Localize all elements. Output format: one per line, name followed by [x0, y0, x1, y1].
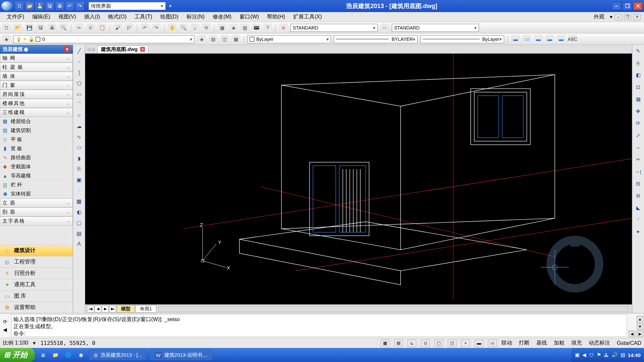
menu-view[interactable]: 视图(V): [55, 12, 79, 21]
cmd-scroll-right-icon[interactable]: ▶: [637, 330, 643, 337]
menu-dim[interactable]: 标注(N): [183, 12, 208, 21]
palette-tab[interactable]: ⌂建筑设计: [0, 245, 73, 256]
rotate-icon[interactable]: ⟳: [634, 119, 643, 128]
task-gstarcad[interactable]: ◎ 浩辰建筑2013 - [...: [89, 350, 147, 360]
menu-modify[interactable]: 修改(M): [209, 12, 235, 21]
tray-icon-vol[interactable]: 🔊: [611, 352, 618, 358]
layer-iso-icon[interactable]: ◫: [220, 35, 229, 44]
cat-door[interactable]: 门 窗⌄: [0, 81, 73, 90]
menu-file[interactable]: 文件(F): [3, 12, 28, 21]
cmd-scroll-up-icon[interactable]: ▲: [637, 316, 643, 322]
cat-wall[interactable]: 墙 体⌄: [0, 72, 73, 81]
qa-more-icon[interactable]: ▾: [169, 3, 172, 9]
status-toggle-break[interactable]: 打断: [519, 340, 530, 347]
cat-column[interactable]: 柱 梁 板⌄: [0, 63, 73, 72]
cat-room[interactable]: 房间屋顶⌄: [0, 90, 73, 99]
undo-icon[interactable]: ↶: [141, 23, 149, 32]
tray-icon-2[interactable]: ◀: [582, 352, 586, 358]
tray-icon-shield[interactable]: 🛡: [589, 352, 594, 358]
rectangle-icon[interactable]: ▭: [74, 89, 84, 99]
minimize-button[interactable]: ‒: [612, 2, 621, 10]
palette-leaf[interactable]: ∿路径曲面: [0, 153, 73, 162]
tray-clock[interactable]: 14:40: [628, 352, 641, 358]
extend-icon[interactable]: →|: [634, 167, 643, 176]
maximize-button[interactable]: ❐: [623, 2, 632, 10]
zoom-prev-icon[interactable]: ⟲: [202, 23, 211, 32]
cmd-history-icon[interactable]: ⟳: [3, 319, 7, 325]
preview-icon[interactable]: 🔍: [59, 23, 68, 32]
status-toggle-fill[interactable]: 填充: [571, 340, 582, 347]
palette-gear-icon[interactable]: ◉: [23, 46, 29, 52]
revcloud-icon[interactable]: ☁: [74, 121, 84, 131]
move-icon[interactable]: ✥: [634, 107, 643, 116]
linetype-combo[interactable]: BYLAYER ▾: [334, 35, 418, 43]
layer-states-icon[interactable]: ▤: [209, 35, 217, 44]
qa-plot-icon[interactable]: 🖶: [56, 2, 64, 10]
doc-restore-button[interactable]: ❐: [624, 14, 631, 20]
dimstyle-icon[interactable]: ↔: [380, 23, 389, 32]
tray-icon-1[interactable]: ▣: [575, 352, 580, 358]
palette-tab[interactable]: ⚙设置帮助: [0, 302, 73, 313]
align-left-icon[interactable]: ▬: [511, 35, 520, 44]
snap-grid-icon[interactable]: ▦: [381, 340, 389, 347]
doc-minimize-button[interactable]: ‒: [614, 14, 622, 20]
mtext-icon[interactable]: A: [74, 239, 84, 249]
qa-saveas-icon[interactable]: 🖫: [46, 2, 54, 10]
qa-undo-icon[interactable]: ↶: [66, 2, 74, 10]
cmd-scroll-down-icon[interactable]: ▼: [637, 323, 643, 330]
qa-open-icon[interactable]: 📂: [25, 2, 34, 10]
tab-prev-icon[interactable]: ◁: [87, 47, 90, 52]
cat-stair[interactable]: 楼梯其他⌄: [0, 99, 73, 108]
layout-tab-1[interactable]: 布局1: [136, 305, 156, 313]
break-icon[interactable]: ⊟: [634, 179, 643, 188]
explode-icon[interactable]: ✦: [634, 227, 643, 237]
offset-icon[interactable]: ⊡: [634, 82, 643, 92]
align-center-icon[interactable]: ▭: [523, 35, 531, 44]
cat-axis[interactable]: 轴 网⌄: [0, 54, 73, 63]
toolpalettes-icon[interactable]: ▥: [240, 23, 249, 32]
palette-leaf[interactable]: ▥建筑切割: [0, 126, 73, 135]
model-icon[interactable]: ▭: [488, 340, 497, 347]
fillet-icon[interactable]: ◜: [634, 215, 643, 225]
palette-leaf[interactable]: ▮竖 板: [0, 144, 73, 153]
insert-icon[interactable]: ⎘: [74, 164, 84, 174]
qa-redo-icon[interactable]: ↷: [76, 2, 84, 10]
paste-icon[interactable]: 📋: [98, 23, 106, 32]
palette-leaf[interactable]: ▦楼层组合: [0, 117, 73, 126]
qa-new-icon[interactable]: 🗋: [15, 2, 23, 10]
trim-icon[interactable]: ✂: [634, 155, 643, 164]
palette-close-icon[interactable]: ✕: [64, 46, 70, 52]
ellipse-icon[interactable]: ⬭: [74, 143, 84, 152]
layout-tab-model[interactable]: 模型: [117, 305, 135, 313]
stretch-icon[interactable]: ↔: [634, 143, 643, 152]
circle-icon[interactable]: ○: [74, 111, 84, 120]
layer-combo[interactable]: 💡 ☀ 🔓 0 ▾: [13, 35, 195, 43]
join-icon[interactable]: ⧉: [634, 191, 643, 200]
task-word[interactable]: W 建筑2013-说明书....: [150, 350, 213, 360]
menu-window[interactable]: 窗口(W): [236, 12, 262, 21]
menu-ext[interactable]: 扩展工具(X): [290, 12, 325, 21]
palette-leaf[interactable]: ◆变截面体: [0, 162, 73, 171]
redo-icon[interactable]: ↷: [152, 23, 161, 32]
cmd-arrow-icon[interactable]: ◀: [3, 327, 7, 333]
help-icon[interactable]: ?: [263, 23, 272, 32]
tray-icon-lang[interactable]: ▤: [621, 352, 625, 358]
ui-mode-select[interactable]: 传统界面 ▾: [89, 2, 166, 10]
lineweight-combo[interactable]: ByLayer ▾: [420, 35, 504, 43]
cat-text[interactable]: 文字表格⌄: [0, 217, 73, 226]
arc-icon[interactable]: ⌒: [74, 100, 84, 109]
calc-icon[interactable]: 📟: [252, 23, 261, 32]
designcenter-icon[interactable]: ◈: [229, 23, 238, 32]
text-icon[interactable]: ABC: [568, 35, 577, 44]
tab-next-icon[interactable]: ▷: [92, 47, 95, 52]
doc-tab[interactable]: 建筑用底图.dwg ✕: [97, 45, 149, 53]
layer-manager-icon[interactable]: ◈: [2, 35, 11, 44]
mirror-icon[interactable]: ◧: [634, 70, 643, 80]
region-icon[interactable]: ▢: [74, 218, 84, 227]
start-button[interactable]: ⊞ 开始: [0, 348, 35, 362]
eraser-icon[interactable]: ◸: [125, 23, 133, 32]
menu-tools[interactable]: 工具(T): [131, 12, 155, 21]
cat-elevation[interactable]: 立 面⌄: [0, 198, 73, 207]
spline-icon[interactable]: ∿: [74, 132, 84, 141]
palette-tab[interactable]: ✦通用工具: [0, 279, 73, 290]
